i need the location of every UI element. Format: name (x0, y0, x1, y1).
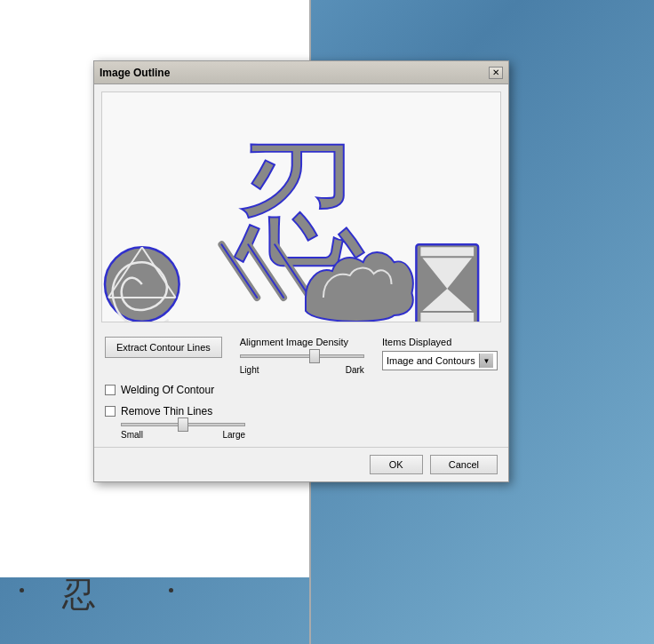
welding-label: Welding Of Contour (121, 384, 214, 396)
remove-lines-label: Remove Thin Lines (121, 405, 212, 417)
dot-bottom-left (20, 588, 24, 592)
extract-contour-button[interactable]: Extract Contour Lines (105, 337, 222, 358)
cancel-button[interactable]: Cancel (430, 455, 498, 474)
close-button[interactable]: ✕ (489, 67, 503, 79)
controls-row3: Remove Thin Lines (105, 405, 498, 417)
density-light-label: Light (240, 365, 259, 375)
density-slider-thumb[interactable] (309, 349, 320, 363)
controls-row2: Welding Of Contour (105, 384, 498, 396)
density-section: Alignment Image Density Light Dark (240, 337, 364, 375)
dot-bottom-right (169, 588, 173, 592)
dropdown-arrow-icon: ▼ (479, 354, 493, 368)
button-row: OK Cancel (94, 447, 508, 481)
thin-lines-slider-thumb[interactable] (178, 417, 188, 432)
dialog: Image Outline ✕ 忍 (93, 60, 509, 482)
dialog-title: Image Outline (100, 67, 170, 79)
preview-svg: 忍 (102, 92, 500, 322)
controls-row1: Extract Contour Lines Alignment Image De… (105, 337, 498, 375)
dialog-titlebar: Image Outline ✕ (94, 61, 508, 84)
svg-rect-12 (420, 247, 474, 256)
items-displayed-value: Image and Contours (387, 355, 475, 366)
items-displayed-dropdown[interactable]: Image and Contours ▼ (382, 351, 498, 370)
thin-lines-slider-container: Small Large (121, 423, 498, 440)
slider-small-label: Small (121, 430, 143, 440)
welding-checkbox[interactable] (105, 385, 116, 395)
density-dark-label: Dark (346, 365, 364, 375)
density-label: Alignment Image Density (240, 337, 364, 347)
items-displayed-label: Items Displayed (382, 337, 498, 347)
density-slider[interactable] (240, 354, 364, 358)
thin-lines-slider[interactable] (121, 423, 245, 426)
items-displayed-section: Items Displayed Image and Contours ▼ (382, 337, 498, 370)
slider-large-label: Large (222, 430, 245, 440)
ok-button[interactable]: OK (370, 455, 423, 474)
remove-lines-checkbox[interactable] (105, 406, 116, 417)
kanji-bottom: 忍 (62, 572, 96, 617)
preview-area: 忍 (101, 91, 501, 322)
controls-area: Extract Contour Lines Alignment Image De… (94, 330, 508, 447)
density-slider-labels: Light Dark (240, 365, 364, 375)
svg-rect-13 (420, 313, 474, 322)
